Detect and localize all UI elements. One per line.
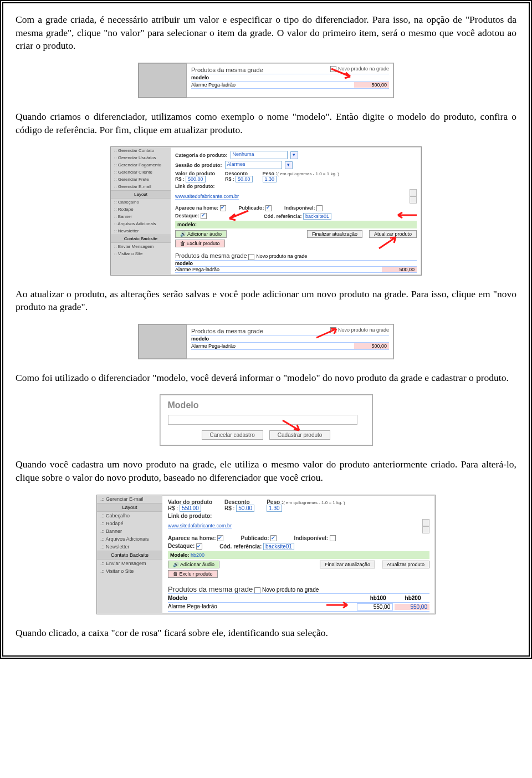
arrow-icon bbox=[393, 212, 419, 222]
grade-title: Produtos da mesma grade bbox=[191, 64, 263, 74]
paragraph-3: Ao atualizar o produto, as alterações se… bbox=[16, 288, 516, 314]
arrow-icon bbox=[376, 235, 400, 252]
category-select[interactable]: Nenhuma bbox=[231, 151, 288, 159]
grade-col: hb100 bbox=[361, 595, 395, 601]
unavailable-checkbox[interactable] bbox=[316, 205, 323, 211]
paragraph-5: Quando você cadastra um novo produto na … bbox=[16, 458, 516, 484]
arrow-icon bbox=[324, 602, 352, 611]
published-checkbox[interactable] bbox=[270, 535, 277, 541]
sidebar-item[interactable]: :: Enviar Mensagem bbox=[111, 243, 171, 250]
sidebar-item[interactable]: .:: Cabeçalho bbox=[97, 512, 162, 520]
finalize-button[interactable]: Finalizar atualização bbox=[320, 561, 375, 568]
paragraph-1: Com a grade criada, é necessário atribui… bbox=[16, 13, 516, 53]
highlight-checkbox[interactable] bbox=[201, 213, 207, 219]
cancel-button[interactable]: Cancelar cadastro bbox=[202, 430, 263, 440]
sidebar-item[interactable]: :: Gerenciar Contato bbox=[111, 147, 171, 154]
arrow-icon bbox=[225, 210, 250, 223]
sidebar-group: Contato Backsite bbox=[111, 235, 171, 243]
reference-input[interactable]: backsite01 bbox=[303, 213, 331, 220]
sidebar-group: Contato Backsite bbox=[97, 551, 162, 560]
reference-input[interactable]: backsite01 bbox=[263, 543, 294, 550]
thumbnail-placeholder bbox=[139, 63, 187, 98]
paragraph-4: Como foi utilizado o diferenciador "mode… bbox=[16, 372, 516, 385]
sidebar-item[interactable]: :: Newsletter bbox=[111, 227, 171, 235]
arrow-icon bbox=[328, 67, 356, 83]
figure-1-grade-box: Produtos da mesma grade Novo produto na … bbox=[16, 63, 516, 98]
modelo-input[interactable] bbox=[168, 415, 358, 425]
update-product-button[interactable]: Atualizar produto bbox=[382, 561, 429, 568]
sidebar-item[interactable]: :: Banner bbox=[111, 213, 171, 220]
grade-diff-header: modelo bbox=[191, 74, 389, 82]
delete-product-button[interactable]: 🗑 Excluir produto bbox=[175, 240, 225, 247]
sidebar-item[interactable]: :: Gerenciar Frete bbox=[111, 176, 171, 183]
grade-diff-header: Modelo bbox=[168, 595, 187, 601]
grade-item-name: Alarme Pega-ladrão bbox=[191, 82, 236, 88]
expand-icon[interactable] bbox=[410, 189, 417, 196]
chevron-down-icon[interactable]: ▾ bbox=[285, 161, 293, 169]
sidebar-item[interactable]: .:: Enviar Mensagem bbox=[97, 560, 162, 567]
price-input[interactable]: 500.00 bbox=[186, 176, 206, 182]
sidebar-item[interactable]: :: Gerenciar Cliente bbox=[111, 169, 171, 176]
paragraph-2: Quando criamos o diferenciador, utilizam… bbox=[16, 110, 516, 136]
figure-2-admin: :: Gerenciar Contato :: Gerenciar Usuári… bbox=[16, 146, 516, 275]
discount-input[interactable]: 50.00 bbox=[236, 505, 254, 512]
arrow-icon bbox=[279, 418, 304, 435]
sidebar-group: Layout bbox=[97, 503, 162, 512]
new-product-link[interactable]: Novo produto na grade bbox=[248, 253, 307, 259]
sidebar-item[interactable]: :: Arquivos Adicionais bbox=[111, 220, 171, 227]
home-checkbox[interactable] bbox=[217, 535, 223, 541]
finalize-button[interactable]: Finalizar atualização bbox=[307, 230, 362, 238]
grade-title: Produtos da mesma grade bbox=[191, 326, 263, 335]
expand-icon[interactable] bbox=[422, 519, 429, 526]
unavailable-checkbox[interactable] bbox=[330, 535, 336, 541]
delete-product-button[interactable]: 🗑 Excluir produto bbox=[168, 570, 218, 578]
sidebar-item[interactable]: :: Rodapé bbox=[111, 206, 171, 213]
highlight-checkbox[interactable] bbox=[196, 543, 202, 550]
grade-item-price[interactable]: 500,00 bbox=[354, 343, 389, 349]
discount-input[interactable]: 50.00 bbox=[236, 176, 253, 182]
grade-title: Produtos da mesma grade bbox=[175, 252, 247, 259]
sidebar-group: Layout bbox=[111, 190, 171, 199]
sidebar-item[interactable]: :: Cabeçalho bbox=[111, 199, 171, 206]
add-audio-button[interactable]: 🔊 Adicionar áudio bbox=[175, 230, 227, 238]
product-link-input[interactable]: www.sitedofabricante.com.br bbox=[168, 523, 232, 529]
paragraph-6: Quando clicado, a caixa "cor de rosa" fi… bbox=[16, 627, 516, 640]
sidebar-item[interactable]: :: Gerenciar Usuários bbox=[111, 154, 171, 161]
dialog-title: Modelo bbox=[168, 400, 365, 410]
figure-3-grade-box: Produtos da mesma grade Novo produto na … bbox=[16, 324, 516, 359]
weight-input[interactable]: 1.30 bbox=[267, 505, 282, 512]
sidebar-item[interactable]: .:: Visitar o Site bbox=[97, 567, 162, 575]
sidebar-item[interactable]: .:: Newsletter bbox=[97, 543, 162, 551]
grade-price-cell[interactable]: 550,00 bbox=[357, 603, 393, 611]
modelo-bar: modelo: bbox=[175, 221, 417, 228]
session-select[interactable]: Alarmes bbox=[225, 161, 282, 169]
sidebar-item[interactable]: .:: Rodapé bbox=[97, 520, 162, 527]
sidebar-item[interactable]: :: Visitar o Site bbox=[111, 250, 171, 257]
collapse-icon[interactable] bbox=[422, 526, 429, 533]
new-product-link[interactable]: Novo produto na grade bbox=[254, 587, 319, 593]
grade-item-price[interactable]: 500,00 bbox=[354, 82, 389, 88]
grade-item-price[interactable]: 500,00 bbox=[382, 267, 417, 272]
add-audio-button[interactable]: 🔊 Adicionar áudio bbox=[168, 561, 219, 568]
collapse-icon[interactable] bbox=[410, 196, 417, 204]
figure-5-admin: .:: Gerenciar E-mail Layout .:: Cabeçalh… bbox=[16, 495, 516, 615]
price-input[interactable]: 550.00 bbox=[180, 505, 201, 512]
grade-col: hb200 bbox=[396, 595, 429, 601]
sidebar-item[interactable]: .:: Gerenciar E-mail bbox=[97, 495, 162, 503]
grade-item-name: Alarme Pega-ladrão bbox=[168, 603, 217, 611]
figure-4-modelo-dialog: Modelo Cancelar cadastro Cadastrar produ… bbox=[16, 394, 516, 446]
modelo-bar: Modelo: hb200 bbox=[168, 551, 429, 559]
weight-input[interactable]: 1.30 bbox=[263, 176, 277, 182]
thumbnail-placeholder bbox=[139, 324, 187, 359]
arrow-icon bbox=[313, 327, 341, 342]
sidebar-item[interactable]: .:: Banner bbox=[97, 527, 162, 535]
grade-price-cell-selected[interactable]: 550,00 bbox=[395, 604, 429, 610]
sidebar-item[interactable]: :: Gerenciar E-mail bbox=[111, 183, 171, 190]
product-link-input[interactable]: www.sitedofabricante.com.br bbox=[175, 194, 239, 200]
sidebar-item[interactable]: .:: Arquivos Adicionais bbox=[97, 535, 162, 543]
sidebar-item[interactable]: :: Gerenciar Pagamento bbox=[111, 161, 171, 169]
chevron-down-icon[interactable]: ▾ bbox=[290, 151, 298, 159]
grade-title: Produtos da mesma grade bbox=[168, 585, 253, 593]
published-checkbox[interactable] bbox=[265, 205, 272, 211]
